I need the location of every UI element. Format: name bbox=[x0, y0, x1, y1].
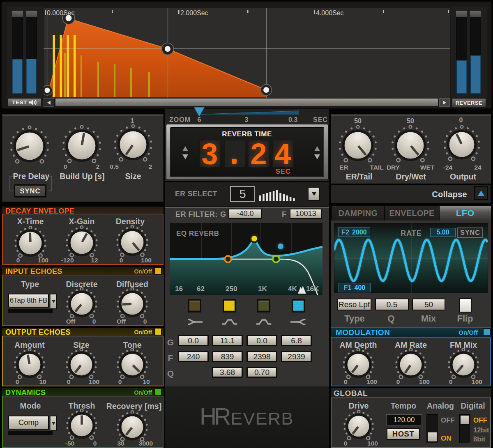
svg-text:16: 16 bbox=[175, 285, 183, 293]
svg-text:16K: 16K bbox=[306, 285, 319, 293]
svg-text:0.000Sec: 0.000Sec bbox=[47, 9, 75, 16]
svg-text:4.000Sec: 4.000Sec bbox=[316, 9, 344, 16]
svg-text:1K: 1K bbox=[258, 285, 267, 293]
svg-text:2.000Sec: 2.000Sec bbox=[180, 9, 208, 16]
svg-text:EQ REVERB: EQ REVERB bbox=[176, 230, 219, 237]
svg-text:62: 62 bbox=[197, 285, 205, 293]
svg-text:4K: 4K bbox=[288, 285, 297, 293]
svg-text:250: 250 bbox=[226, 285, 237, 293]
